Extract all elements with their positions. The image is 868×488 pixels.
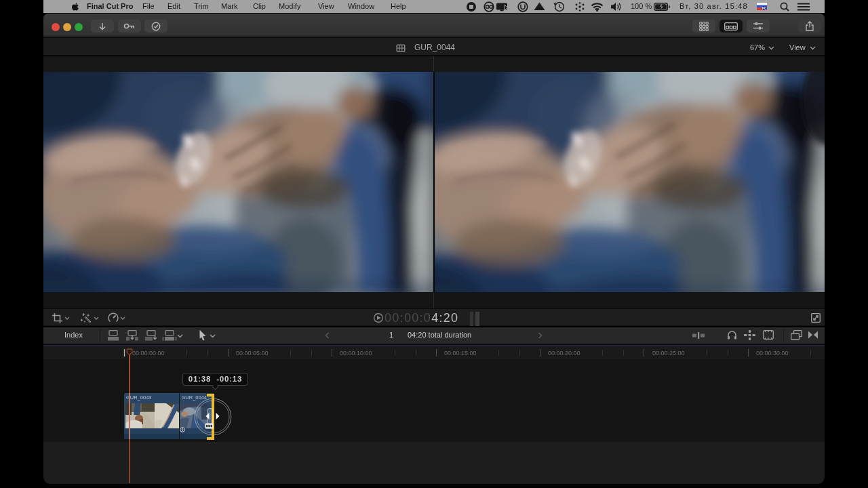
svg-text:PC: PC [762,7,767,10]
